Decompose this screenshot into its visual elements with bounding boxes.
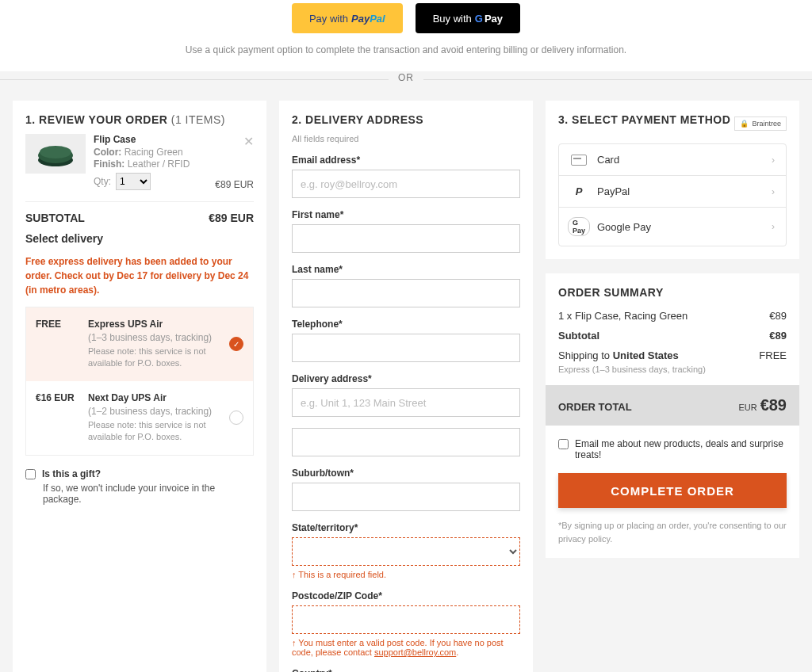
country-label: Country*	[292, 668, 520, 672]
product-color: Color: Racing Green	[94, 147, 254, 158]
lastname-input[interactable]	[292, 279, 520, 307]
qty-select[interactable]: 1	[116, 173, 151, 190]
order-total-label: ORDER TOTAL	[558, 401, 632, 413]
support-link[interactable]: support@bellroy.com	[374, 647, 456, 657]
firstname-label: First name*	[292, 209, 520, 220]
payment-heading: 3. SELECT PAYMENT METHOD	[558, 113, 730, 126]
subtotal-value: €89 EUR	[209, 212, 254, 224]
payment-method-gpay[interactable]: G PayGoogle Pay›	[559, 208, 786, 246]
email-opt-checkbox[interactable]	[558, 439, 569, 449]
chevron-right-icon: ›	[772, 221, 775, 232]
telephone-label: Telephone*	[292, 319, 520, 330]
gpay-quick-button[interactable]: Buy with GPay	[416, 3, 520, 33]
radio-unselected-icon	[229, 410, 243, 425]
paypal-logo: PayPal	[351, 13, 385, 25]
delivery-promo: Free express delivery has been added to …	[25, 254, 254, 297]
summary-subtotal-label: Subtotal	[558, 330, 599, 342]
zip-label: Postcode/ZIP Code*	[292, 590, 520, 601]
paypal-icon: P	[576, 185, 583, 197]
chevron-right-icon: ›	[772, 155, 775, 166]
summary-ship-note: Express (1–3 business days, tracking)	[558, 365, 787, 374]
shipping-option-express[interactable]: FREE Express UPS Air (1–3 business days,…	[26, 307, 253, 381]
order-total-value: €89	[760, 396, 787, 414]
remove-item-icon[interactable]: ✕	[243, 134, 254, 149]
privacy-disclaimer: *By signing up or placing an order, you'…	[558, 519, 787, 545]
gift-checkbox-label[interactable]: Is this a gift?	[25, 468, 254, 479]
review-heading: 1. REVIEW YOUR ORDER (1 ITEMS)	[25, 113, 254, 126]
product-name: Flip Case	[94, 134, 254, 145]
address-label: Delivery address*	[292, 373, 520, 384]
summary-shipping: Shipping to United States	[558, 349, 679, 361]
complete-order-button[interactable]: COMPLETE ORDER	[558, 473, 787, 508]
paypal-quick-button[interactable]: Pay with PayPal	[292, 3, 403, 33]
email-label: Email address*	[292, 155, 520, 166]
address-input[interactable]	[292, 388, 520, 417]
cart-item: Flip Case Color: Racing Green Finish: Le…	[25, 134, 254, 190]
email-input[interactable]	[292, 170, 520, 198]
radio-selected-icon	[229, 337, 243, 351]
zip-error: You must enter a valid post code. If you…	[292, 638, 520, 657]
required-note: All fields required	[292, 134, 520, 143]
state-label: State/territory*	[292, 522, 520, 533]
subtotal-label: SUBTOTAL	[25, 212, 85, 224]
or-divider: OR	[389, 72, 423, 83]
chevron-right-icon: ›	[772, 186, 775, 197]
card-icon	[571, 155, 587, 166]
select-delivery-heading: Select delivery	[25, 232, 254, 245]
svg-point-2	[40, 146, 71, 158]
state-error: This is a required field.	[292, 570, 520, 579]
quick-payment-note: Use a quick payment option to complete t…	[0, 44, 812, 55]
lastname-label: Last name*	[292, 264, 520, 275]
gpay-logo: GPay	[475, 13, 503, 25]
gift-subtext: If so, we won't include your invoice in …	[43, 483, 254, 505]
shipping-option-nextday[interactable]: €16 EUR Next Day UPS Air (1–2 business d…	[26, 381, 253, 455]
delivery-heading: 2. DELIVERY ADDRESS	[292, 113, 520, 126]
item-price: €89 EUR	[215, 179, 254, 190]
zip-input[interactable]	[292, 605, 520, 634]
summary-heading: ORDER SUMMARY	[558, 286, 787, 299]
summary-item: 1 x Flip Case, Racing Green	[558, 310, 688, 322]
suburb-input[interactable]	[292, 483, 520, 511]
firstname-input[interactable]	[292, 224, 520, 253]
gift-checkbox[interactable]	[25, 469, 36, 479]
suburb-label: Suburb/town*	[292, 468, 520, 479]
braintree-badge: 🔒Braintree	[734, 116, 787, 131]
qty-label: Qty:	[94, 176, 111, 187]
gpay-icon: G Pay	[568, 217, 590, 236]
payment-method-paypal[interactable]: PPayPal›	[559, 176, 786, 208]
product-thumbnail	[25, 134, 86, 174]
telephone-input[interactable]	[292, 334, 520, 362]
lock-icon: 🔒	[740, 120, 749, 128]
state-select[interactable]	[292, 537, 520, 566]
paypal-prefix: Pay with	[309, 13, 348, 25]
payment-method-card[interactable]: Card›	[559, 144, 786, 176]
gpay-prefix: Buy with	[433, 13, 472, 25]
product-finish: Finish: Leather / RFID	[94, 158, 254, 170]
address2-input[interactable]	[292, 428, 520, 456]
email-opt-label: Email me about new products, deals and s…	[575, 438, 787, 460]
